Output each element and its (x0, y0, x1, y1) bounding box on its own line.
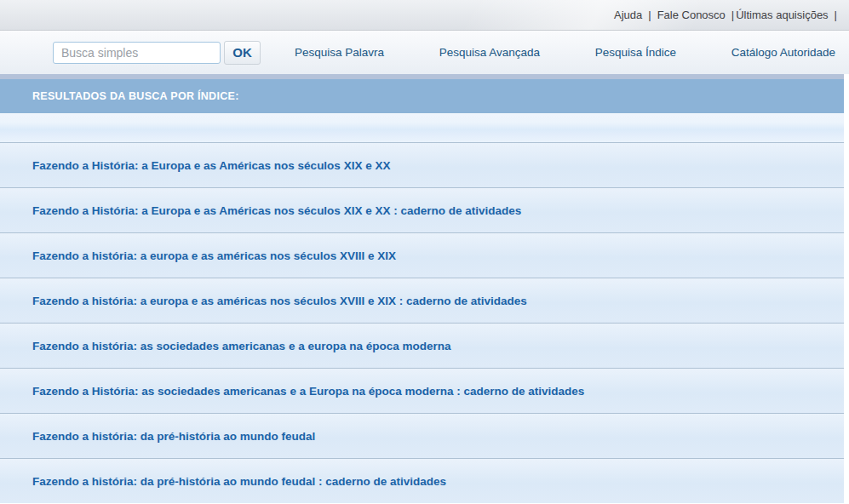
result-title-link[interactable]: Fazendo a história: da pré-história ao m… (0, 430, 315, 443)
nav-index-search-link[interactable]: Pesquisa Índice (595, 46, 676, 59)
search-nav-bar: OK Pesquisa Palavra Pesquisa Avançada Pe… (0, 31, 849, 74)
result-title-link[interactable]: Fazendo a História: as sociedades americ… (0, 385, 584, 398)
help-link[interactable]: Ajuda (614, 9, 642, 21)
search-nav-links: Pesquisa Palavra Pesquisa Avançada Pesqu… (261, 46, 849, 59)
result-row: Fazendo a história: da pré-história ao m… (0, 413, 844, 458)
latest-acquisitions-link[interactable]: Últimas aquisições (736, 9, 828, 21)
result-row: Fazendo a história: a europa e as améric… (0, 278, 844, 323)
result-row: Fazendo a História: as sociedades americ… (0, 368, 844, 413)
nav-advanced-search-link[interactable]: Pesquisa Avançada (439, 46, 540, 59)
result-row: Fazendo a história: as sociedades americ… (0, 323, 844, 368)
contact-link[interactable]: Fale Conosco (657, 9, 726, 21)
result-row: Fazendo a história: a europa e as améric… (0, 232, 844, 278)
result-title-link[interactable]: Fazendo a história: a europa e as améric… (0, 249, 396, 262)
result-row: Fazendo a História: a Europa e as Améric… (0, 187, 844, 232)
results-header-band: RESULTADOS DA BUSCA POR ÍNDICE: (0, 79, 844, 113)
link-separator: | (835, 9, 837, 21)
catalog-search-results-page: Ajuda | Fale Conosco | Últimas aquisiçõe… (0, 0, 849, 504)
link-separator: | (731, 9, 734, 21)
link-separator: | (648, 9, 651, 21)
nav-word-search-link[interactable]: Pesquisa Palavra (295, 46, 384, 59)
result-title-link[interactable]: Fazendo a história: as sociedades americ… (0, 340, 450, 352)
result-title-link[interactable]: Fazendo a história: a europa e as améric… (0, 295, 527, 307)
result-title-link[interactable]: Fazendo a História: a Europa e as Améric… (0, 159, 390, 172)
nav-authority-catalog-link[interactable]: Catálogo Autoridade (731, 46, 835, 59)
top-utility-bar: Ajuda | Fale Conosco | Últimas aquisiçõe… (0, 0, 849, 31)
search-ok-button[interactable]: OK (224, 41, 261, 65)
result-row: Fazendo a História: a Europa e as Améric… (0, 142, 844, 187)
result-title-link[interactable]: Fazendo a História: a Europa e as Améric… (0, 204, 521, 217)
results-spacer-row (0, 113, 844, 142)
result-title-link[interactable]: Fazendo a história: da pré-história ao m… (0, 475, 446, 488)
result-row: Fazendo a história: da pré-história ao m… (0, 458, 844, 503)
results-header-title: RESULTADOS DA BUSCA POR ÍNDICE: (0, 90, 239, 102)
simple-search-input[interactable] (53, 42, 221, 64)
